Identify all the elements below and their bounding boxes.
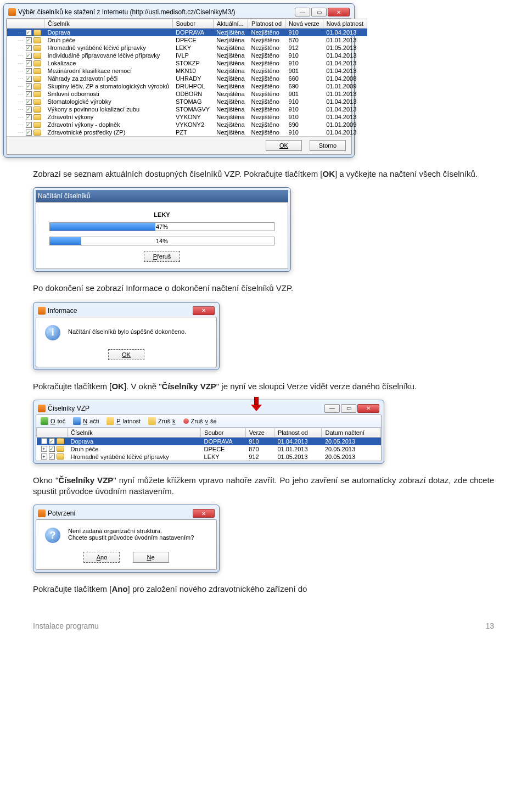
yes-button[interactable]: Ano (83, 552, 120, 563)
cell-akt: Nezjištěna (213, 59, 248, 67)
toolbar-platnost[interactable]: Platnost (106, 417, 141, 425)
col-nova-verze[interactable]: Nová verze (285, 19, 323, 29)
body-paragraph: Zobrazí se seznam aktuálních dostupných … (33, 169, 494, 180)
table-row[interactable]: ⋯Zdravotní výkony - doplněkVYKONY2Nezjiš… (7, 121, 367, 128)
dialog-buttons: OK Storno (7, 136, 351, 154)
folder-icon (33, 45, 41, 51)
storno-button[interactable]: Storno (310, 140, 346, 151)
titlebar[interactable]: Výběr číselníků ke stažení z Internetu (… (6, 6, 352, 18)
minimize-button[interactable]: — (324, 404, 340, 413)
close-button[interactable]: ✕ (357, 404, 379, 413)
cell-nplat: 01.01.2009 (323, 121, 367, 128)
close-button[interactable]: ✕ (193, 509, 215, 518)
col-nova-platnost[interactable]: Nová platnost (323, 19, 367, 29)
col-ciselnik[interactable]: Číselník (68, 428, 201, 437)
tree-line: ⋯ (18, 60, 23, 66)
row-checkbox[interactable] (49, 446, 55, 452)
col-tree[interactable] (7, 19, 44, 29)
cell-plat: 01.01.2013 (274, 445, 322, 453)
minimize-button[interactable]: — (295, 8, 310, 16)
table-row[interactable]: ⋯Zdravotní výkonyVYKONYNezjištěnaNezjišt… (7, 113, 367, 121)
row-checkbox[interactable] (26, 45, 32, 51)
row-checkbox[interactable] (26, 91, 32, 97)
table-row[interactable]: ⋯LokalizaceSTOKZPNezjištěnaNezjištěno910… (7, 59, 367, 67)
row-checkbox[interactable] (26, 99, 32, 105)
row-checkbox[interactable] (26, 68, 32, 74)
row-checkbox[interactable] (26, 107, 32, 113)
close-button[interactable]: ✕ (328, 8, 350, 16)
col-soubor[interactable]: Soubor (172, 19, 213, 29)
expand-toggle[interactable]: + (41, 446, 47, 452)
col-platnost-od[interactable]: Platnost od (274, 428, 322, 437)
ok-button[interactable]: OK (108, 349, 144, 360)
row-checkbox[interactable] (26, 83, 32, 89)
cell-plat: Nezjištěno (248, 52, 285, 59)
row-checkbox[interactable] (49, 438, 55, 444)
toolbar-nacti[interactable]: Načti (73, 417, 99, 425)
maximize-button[interactable]: ▭ (311, 8, 327, 16)
row-checkbox[interactable] (26, 130, 32, 136)
row-checkbox[interactable] (49, 453, 55, 460)
body-paragraph: Pokračujte tlačítkem [OK]. V okně "Čísel… (33, 381, 494, 392)
titlebar[interactable]: Číselníky VZP — ▭ ✕ (36, 402, 382, 415)
col-aktualni[interactable]: Aktuální... (213, 19, 248, 29)
cell-nplat: 01.04.2013 (323, 29, 367, 37)
tree-line: ⋯ (18, 122, 23, 128)
ok-button[interactable]: OK (266, 140, 302, 151)
table-row[interactable]: ⋯Individuálně připravované léčivé přípra… (7, 52, 367, 59)
row-checkbox[interactable] (26, 60, 32, 66)
ciselniky-table[interactable]: Číselník Soubor Aktuální... Platnost od … (7, 19, 367, 136)
row-checkbox[interactable] (26, 114, 32, 120)
toolbar-zrusk[interactable]: Zruš k (148, 417, 176, 425)
tree-line: ⋯ (18, 68, 23, 74)
col-soubor[interactable]: Soubor (201, 428, 246, 437)
col-tree[interactable] (37, 428, 68, 437)
col-platnost-od[interactable]: Platnost od (248, 19, 285, 29)
cell-file: IVLP (172, 52, 213, 59)
col-verze[interactable]: Verze (245, 428, 274, 437)
row-checkbox[interactable] (26, 37, 32, 43)
table-row[interactable]: ⋯Výkony s povinnou lokalizací zubuSTOMAG… (7, 105, 367, 113)
table-row[interactable]: -DopravaDOPRAVA91001.04.201320.05.2013 (37, 437, 381, 445)
row-checkbox[interactable] (26, 53, 32, 59)
cell-name: Doprava (44, 29, 173, 37)
table-row[interactable]: ⋯Smluvní odbornostiODBORNNezjištěnaNezji… (7, 90, 367, 98)
toolbar-zrusvse[interactable]: Zruš vše (183, 418, 217, 424)
cell-plat: Nezjištěno (248, 113, 285, 121)
vzp-table[interactable]: Číselník Soubor Verze Platnost od Datum … (36, 428, 381, 461)
table-row[interactable]: ⋯Zdravotnické prostředky (ZP)PZTNezjiště… (7, 128, 367, 136)
col-ciselnik[interactable]: Číselník (44, 19, 173, 29)
table-row[interactable]: ⋯Stomatologické výrobkySTOMAGNezjištěnaN… (7, 98, 367, 105)
expand-toggle[interactable]: + (41, 453, 47, 460)
table-row[interactable]: +Hromadně vyráběné léčivé přípravkyLEKY9… (37, 453, 381, 461)
toolbar-otoc[interactable]: Otoč (41, 417, 65, 425)
question-icon: ? (45, 528, 60, 543)
table-row[interactable]: ⋯Hromadně vyráběné léčivé přípravkyLEKYN… (7, 44, 367, 52)
table-row[interactable]: +Druh péčeDPECE87001.01.201320.05.2013 (37, 445, 381, 453)
table-row[interactable]: ⋯Druh péčeDPECENezjištěnaNezjištěno87001… (7, 36, 367, 44)
cell-akt: Nezjištěna (213, 67, 248, 75)
interrupt-button[interactable]: Přeruš (144, 251, 180, 262)
lbl: Zruš (158, 418, 170, 424)
cell-nplat: 01.04.2013 (323, 59, 367, 67)
cell-ver: 912 (285, 44, 323, 52)
maximize-button[interactable]: ▭ (341, 404, 356, 413)
row-checkbox[interactable] (26, 76, 32, 82)
close-button[interactable]: ✕ (193, 306, 215, 315)
folder-icon (33, 68, 41, 74)
col-datum-nacteni[interactable]: Datum načtení (322, 428, 381, 437)
expand-toggle[interactable]: - (41, 438, 47, 444)
table-row[interactable]: ⋯DopravaDOPRAVANezjištěnaNezjištěno91001… (7, 29, 367, 37)
cell-plat: Nezjištěno (248, 90, 285, 98)
titlebar[interactable]: Načítání číselníků (36, 190, 288, 202)
cell-name: Náhrady za zdravotní péči (44, 75, 173, 82)
table-row[interactable]: ⋯Mezinárodní klasifikace nemocíMKN10Nezj… (7, 67, 367, 75)
no-button[interactable]: Ne (133, 552, 169, 563)
titlebar[interactable]: Informace ✕ (36, 305, 217, 317)
table-row[interactable]: ⋯Skupiny léčiv, ZP a stomatologických vý… (7, 82, 367, 90)
table-row[interactable]: ⋯Náhrady za zdravotní péčiUHRADYNezjiště… (7, 75, 367, 82)
titlebar[interactable]: Potvrzení ✕ (36, 507, 217, 519)
row-checkbox[interactable] (26, 122, 32, 128)
refresh-icon (41, 417, 48, 425)
row-checkbox[interactable] (26, 30, 32, 36)
